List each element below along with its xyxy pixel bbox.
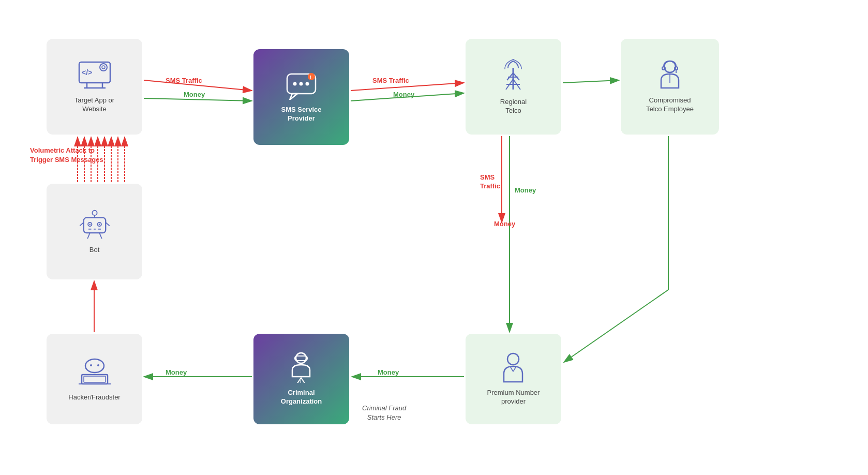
criminal-org-label: CriminalOrganization [281, 389, 322, 406]
node-criminal-org: ! CriminalOrganization [253, 334, 349, 424]
target-icon: </> [77, 60, 113, 92]
svg-point-46 [90, 364, 92, 366]
criminal-fraud-text: Criminal FraudStarts Here [362, 404, 406, 422]
node-compromised-telco: CompromisedTelco Employee [621, 39, 719, 135]
volumetric-attack-text: Volumetric Attack toTrigger SMS Messages [30, 146, 103, 165]
compromised-telco-label: CompromisedTelco Employee [646, 96, 694, 114]
node-target: </> Target App orWebsite [47, 39, 142, 135]
sms-provider-label: SMS ServiceProvider [281, 106, 321, 123]
label-sms-traffic-3: SMSTraffic [480, 173, 500, 191]
label-money-2: Money [393, 91, 414, 98]
bot-label: Bot [89, 246, 100, 255]
svg-rect-33 [83, 217, 105, 233]
svg-text:!: ! [310, 75, 311, 80]
svg-rect-49 [84, 376, 106, 382]
premium-number-label: Premium Numberprovider [487, 389, 540, 406]
label-money-5: Money [378, 368, 399, 376]
svg-point-58 [296, 353, 306, 363]
svg-line-43 [87, 233, 90, 239]
node-sms-provider: ! SMS ServiceProvider [253, 49, 349, 145]
svg-text:</>: </> [82, 68, 92, 77]
diagram-container: </> Target App orWebsite [0, 0, 868, 475]
svg-line-76 [513, 366, 516, 372]
label-money-3: Money [515, 186, 536, 194]
label-sms-traffic-2: SMS Traffic [372, 77, 409, 84]
label-money-1: Money [184, 91, 205, 98]
svg-line-75 [510, 366, 513, 372]
svg-point-70 [662, 67, 665, 70]
svg-point-55 [306, 82, 309, 85]
svg-marker-52 [290, 94, 297, 100]
svg-line-44 [99, 233, 102, 239]
svg-point-71 [675, 67, 678, 70]
label-money-4: Money [494, 220, 515, 228]
svg-point-53 [293, 82, 297, 85]
criminal-org-icon: ! [285, 352, 318, 384]
hacker-label: Hacker/Fraudster [68, 393, 120, 402]
target-label: Target App orWebsite [74, 96, 114, 114]
node-bot: Bot [47, 184, 142, 279]
svg-point-47 [97, 364, 99, 366]
svg-point-69 [664, 61, 676, 72]
svg-point-36 [89, 224, 91, 225]
svg-line-4 [144, 98, 252, 101]
svg-point-45 [85, 359, 104, 373]
compromised-telco-icon [653, 60, 687, 92]
node-regional-telco: RegionalTelco [466, 39, 561, 135]
svg-point-30 [102, 66, 105, 69]
regional-telco-label: RegionalTelco [500, 98, 527, 115]
svg-point-31 [92, 210, 97, 215]
svg-point-37 [98, 224, 100, 225]
label-money-6: Money [166, 368, 187, 376]
node-hacker: Hacker/Fraudster [47, 334, 142, 424]
svg-line-7 [563, 80, 619, 83]
svg-point-29 [100, 64, 107, 71]
regional-telco-icon [497, 58, 530, 94]
svg-line-12 [564, 290, 668, 362]
premium-number-icon [497, 352, 530, 384]
svg-point-74 [507, 353, 519, 365]
svg-text:!: ! [300, 379, 302, 383]
bot-icon [77, 209, 113, 242]
label-sms-traffic-1: SMS Traffic [166, 77, 202, 84]
sms-provider-icon: ! [285, 71, 318, 101]
svg-point-56 [308, 73, 315, 80]
hacker-icon [77, 357, 113, 389]
node-premium-number: Premium Numberprovider [466, 334, 561, 424]
svg-point-54 [300, 82, 303, 85]
